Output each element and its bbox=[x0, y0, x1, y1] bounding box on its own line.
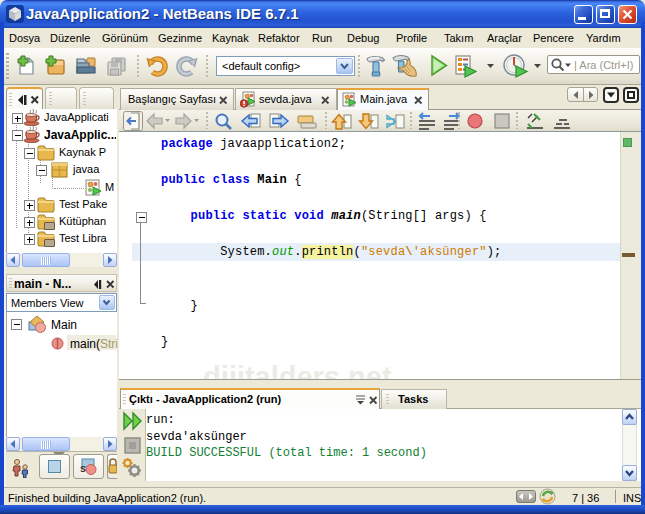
svg-text:s: s bbox=[80, 462, 86, 474]
